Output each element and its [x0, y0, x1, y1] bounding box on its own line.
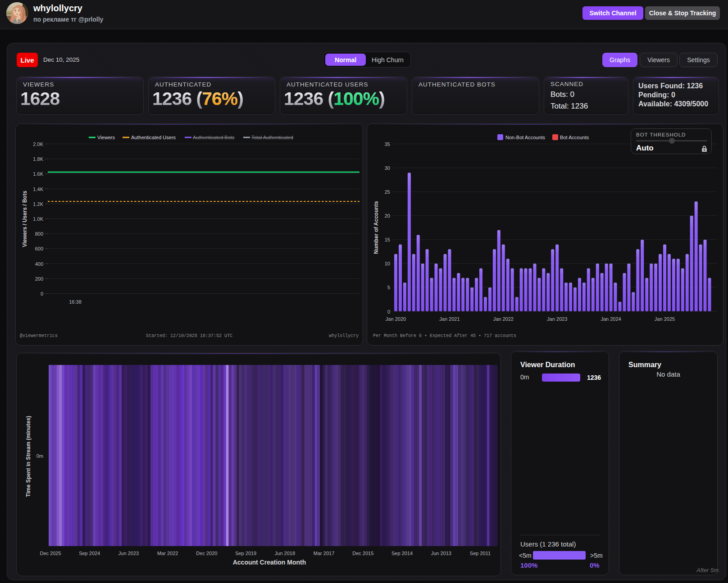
svg-text:Number of Accounts: Number of Accounts — [373, 201, 379, 254]
svg-text:30: 30 — [385, 165, 390, 171]
svg-text:2.0K: 2.0K — [33, 141, 43, 147]
svg-text:Started: 12/10/2025 16:37:52 U: Started: 12/10/2025 16:37:52 UTC — [146, 333, 232, 338]
svg-text:0: 0 — [387, 309, 390, 314]
svg-text:1.2K: 1.2K — [33, 201, 43, 207]
svg-text:10: 10 — [385, 261, 390, 266]
svg-text:15: 15 — [385, 237, 390, 242]
svg-text:Jan 2025: Jan 2025 — [655, 316, 675, 322]
svg-text:1.6K: 1.6K — [33, 171, 43, 177]
svg-text:5: 5 — [387, 285, 390, 290]
svg-text:Account Creation Month: Account Creation Month — [233, 559, 306, 566]
svg-text:Sep 2014: Sep 2014 — [391, 551, 413, 556]
svg-text:Jan 2023: Jan 2023 — [547, 316, 567, 322]
svg-text:1.4K: 1.4K — [33, 187, 43, 192]
svg-text:Total Authenticated: Total Authenticated — [251, 135, 293, 140]
svg-text:Jan 2020: Jan 2020 — [386, 316, 406, 322]
svg-text:whylollycry: whylollycry — [329, 333, 359, 338]
svg-text:1.0K: 1.0K — [33, 216, 43, 222]
svg-text:Authenticated Bots: Authenticated Bots — [193, 135, 235, 140]
svg-text:@viewermetrics: @viewermetrics — [20, 333, 58, 338]
svg-text:Sep 2011: Sep 2011 — [470, 551, 491, 556]
svg-text:25: 25 — [385, 189, 390, 195]
svg-text:Jun 2023: Jun 2023 — [118, 551, 139, 556]
svg-text:Dec 2020: Dec 2020 — [196, 551, 217, 556]
svg-text:Jan 2021: Jan 2021 — [439, 316, 460, 322]
svg-text:Authenticated Users: Authenticated Users — [131, 135, 176, 140]
svg-text:Viewers: Viewers — [97, 135, 115, 140]
svg-text:35: 35 — [385, 141, 390, 147]
svg-text:600: 600 — [35, 246, 43, 251]
svg-text:Time Spent in Stream (minutes): Time Spent in Stream (minutes) — [25, 416, 32, 497]
svg-text:16:38: 16:38 — [69, 299, 82, 305]
svg-text:200: 200 — [35, 276, 43, 282]
svg-text:Jun 2018: Jun 2018 — [275, 551, 295, 556]
svg-text:1.8K: 1.8K — [33, 156, 43, 162]
svg-text:Dec 2015: Dec 2015 — [352, 551, 373, 556]
svg-text:800: 800 — [35, 231, 43, 237]
svg-text:Jan 2022: Jan 2022 — [493, 316, 514, 322]
svg-text:Jun 2013: Jun 2013 — [431, 551, 451, 556]
svg-text:Sep 2024: Sep 2024 — [79, 551, 100, 556]
svg-text:0: 0 — [41, 291, 43, 296]
svg-text:20: 20 — [385, 213, 390, 219]
svg-text:Jan 2024: Jan 2024 — [601, 316, 621, 322]
svg-text:Dec 2025: Dec 2025 — [40, 551, 61, 556]
svg-text:Mar 2022: Mar 2022 — [157, 551, 178, 556]
svg-text:Non-Bot Accounts: Non-Bot Accounts — [505, 135, 546, 140]
svg-text:0m: 0m — [36, 453, 43, 459]
svg-text:Mar 2017: Mar 2017 — [314, 551, 334, 556]
svg-text:Per Month Before 6 • Expected: Per Month Before 6 • Expected After 45 •… — [373, 333, 516, 338]
svg-text:Viewers / Users / Bots: Viewers / Users / Bots — [22, 191, 28, 247]
svg-text:Sep 2019: Sep 2019 — [235, 551, 256, 556]
svg-text:400: 400 — [35, 261, 43, 267]
svg-text:Bot Accounts: Bot Accounts — [560, 135, 589, 140]
